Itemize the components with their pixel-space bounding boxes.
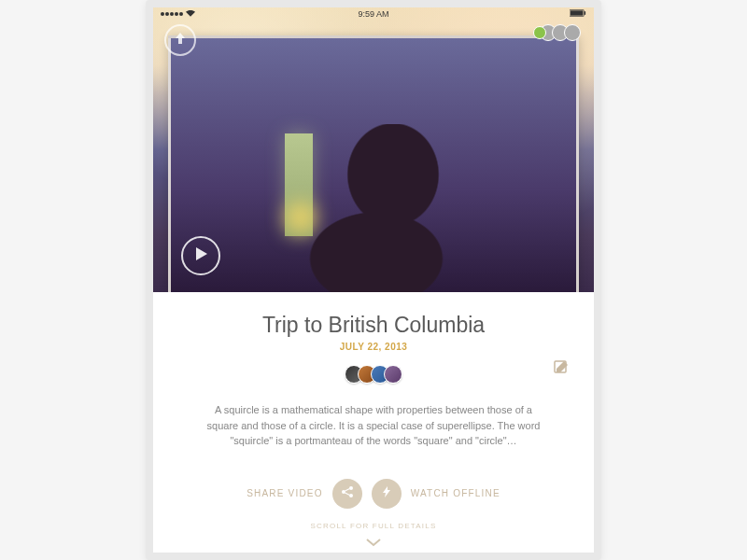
hero-image <box>153 7 594 292</box>
arrow-up-icon <box>173 31 188 49</box>
status-time: 9:59 AM <box>153 9 594 19</box>
svg-point-5 <box>349 486 353 490</box>
scroll-hint: SCROLL FOR FULL DETAILS <box>179 522 568 530</box>
contributor-avatars[interactable] <box>179 365 568 384</box>
edit-button[interactable] <box>553 359 570 376</box>
device-frame: 9:59 AM <box>146 0 601 560</box>
share-label: SHARE VIDEO <box>247 488 323 498</box>
play-button[interactable] <box>181 236 220 275</box>
content-area: Trip to British Columbia JULY 22, 2013 A… <box>153 292 594 560</box>
avatar <box>564 24 581 41</box>
edit-icon <box>553 363 570 379</box>
svg-point-6 <box>349 494 353 497</box>
photo-frame <box>168 35 579 292</box>
offline-label: WATCH OFFLINE <box>411 488 500 498</box>
action-row: SHARE VIDEO WATCH OFFLINE <box>179 479 568 509</box>
scroll-down-button[interactable] <box>179 534 568 551</box>
offline-button[interactable] <box>372 479 402 509</box>
share-button[interactable] <box>332 479 362 509</box>
notification-badge <box>533 26 546 39</box>
scene-silhouette <box>292 124 460 292</box>
avatar <box>384 365 402 384</box>
share-icon <box>341 485 354 502</box>
play-icon <box>193 247 208 264</box>
post-date: JULY 22, 2013 <box>179 342 568 352</box>
chevron-down-icon <box>365 534 382 551</box>
header-avatars[interactable] <box>533 24 581 41</box>
post-title: Trip to British Columbia <box>179 313 568 338</box>
back-button[interactable] <box>164 24 196 56</box>
status-bar: 9:59 AM <box>153 7 594 21</box>
post-description: A squircle is a mathematical shape with … <box>179 402 568 449</box>
lightning-icon <box>380 485 393 502</box>
